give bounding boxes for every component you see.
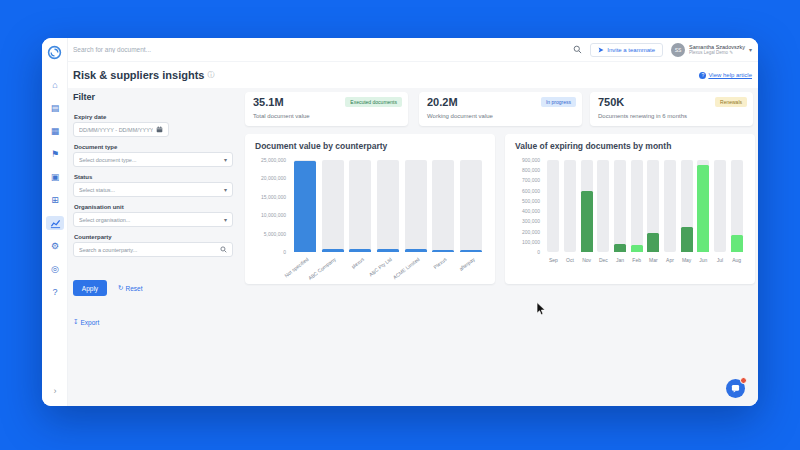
home-icon: ⌂ [52,80,57,90]
export-link[interactable]: ↧ Export [73,318,99,326]
reset-button[interactable]: ↻ Reset [118,284,142,292]
x-axis-label: plexus [350,256,365,270]
sidebar-item-documents[interactable]: ▤ [46,101,64,115]
chart-card-expiring: Value of expiring documents by month 010… [505,134,755,284]
bar-afterpay[interactable] [460,250,482,252]
apply-button[interactable]: Apply [73,280,107,296]
x-axis-label: Not specified [283,256,309,279]
x-axis-label: Oct [562,257,579,263]
sidebar-item-matters[interactable]: ▣ [46,170,64,184]
y-axis-tick: 5,000,000 [245,231,286,237]
bar-plexus[interactable] [349,249,371,252]
bar-ABC Pty Ltd[interactable] [377,249,399,252]
invite-teammate-button[interactable]: Invite a teammate [590,43,663,57]
bar-May[interactable] [681,227,693,252]
bar-Feb[interactable] [631,245,643,252]
topbar-right: Invite a teammate SS Samantha Szadovszky… [573,43,752,57]
status-input[interactable]: ▾ [73,182,233,197]
x-axis-label: May [678,257,695,263]
bar-track [377,160,399,252]
plexus-logo-icon[interactable] [47,45,62,64]
y-axis-tick: 0 [505,249,540,255]
sidebar-item-compass[interactable]: ◎ [46,262,64,276]
search-icon[interactable] [573,45,582,54]
x-axis-label: afterpay [458,256,476,272]
organisation-unit-field[interactable] [79,217,221,223]
counterparty-field[interactable] [79,247,217,253]
sidebar-item-help[interactable]: ? [46,285,64,299]
bar-Plexus[interactable] [432,250,454,252]
chevron-down-icon: ▾ [224,186,227,193]
y-axis-tick: 200,000 [505,229,540,235]
chart-card-counterparty: Document value by counterparty 05,000,00… [245,134,495,284]
y-axis-tick: 15,000,000 [245,194,286,200]
chat-icon [731,384,740,393]
bar-track [405,160,427,252]
organisation-unit-input[interactable]: ▾ [73,212,233,227]
calendar-icon [156,126,163,133]
bar-track [564,160,576,252]
desktop-background: ⌂▤▦⚑▣⊞⚙◎? › Invite a teammate SS [0,0,800,450]
organisation-unit-label: Organisation unit [74,204,124,210]
sidebar-item-insights[interactable] [46,216,64,230]
y-axis-tick: 400,000 [505,208,540,214]
sidebar-item-apps[interactable]: ⊞ [46,193,64,207]
bar-Jun[interactable] [697,165,709,252]
sidebar-item-archive[interactable]: ▦ [46,124,64,138]
chevron-down-icon: ▾ [224,216,227,223]
stat-value: 750K [598,96,624,108]
user-menu[interactable]: SS Samantha Szadovszky Plexus Legal Demo… [671,43,752,57]
status-field[interactable] [79,187,221,193]
counterparty-input[interactable] [73,242,233,257]
chevron-down-icon: ▾ [749,46,752,53]
stat-card-1: 20.2MIn progressWorking document value [419,92,582,126]
send-icon [598,47,604,53]
y-axis-tick: 10,000,000 [245,212,286,218]
view-help-article-link[interactable]: ? View help article [699,72,752,79]
download-icon: ↧ [73,318,78,326]
stat-value: 20.2M [427,96,458,108]
stat-caption: Total document value [253,113,310,119]
mouse-cursor [536,302,547,316]
bar-track [460,160,482,252]
sidebar-expand-icon[interactable]: › [42,386,68,396]
expiry-date-field[interactable] [79,127,153,133]
sidebar-item-settings[interactable]: ⚙ [46,239,64,253]
y-axis-tick: 800,000 [505,167,540,173]
y-axis-tick: 100,000 [505,239,540,245]
status-badge: In progress [541,97,576,107]
info-icon[interactable]: ⓘ [207,70,214,80]
status-label: Status [74,174,92,180]
bar-Not specified[interactable] [294,161,316,252]
x-axis-label: Mar [645,257,662,263]
document-type-input[interactable]: ▾ [73,152,233,167]
expiry-date-input[interactable] [73,122,169,137]
x-axis-label: Aug [728,257,745,263]
x-axis-label: Sep [545,257,562,263]
chat-widget-button[interactable] [726,379,745,398]
stat-value: 35.1M [253,96,284,108]
sidebar-item-announcements[interactable]: ⚑ [46,147,64,161]
search-input[interactable] [73,46,573,53]
sidebar-item-home[interactable]: ⌂ [46,78,64,92]
bar-ABC Company[interactable] [322,249,344,252]
bar-Mar[interactable] [647,233,659,252]
bar-ACME Limited[interactable] [405,249,427,252]
x-axis-label: Jul [712,257,729,263]
filter-heading: Filter [73,92,95,102]
y-axis-tick: 0 [245,249,286,255]
bar-Jan[interactable] [614,244,626,252]
counterparty-label: Counterparty [74,234,112,240]
bar-track [614,160,626,252]
counterparty-chart-plot: 05,000,00010,000,00015,000,00020,000,000… [245,134,495,284]
stat-caption: Documents renewing in 6 months [598,113,687,119]
y-axis-tick: 500,000 [505,198,540,204]
y-axis-tick: 600,000 [505,188,540,194]
bar-Nov[interactable] [581,191,593,252]
help-icon: ? [52,287,57,297]
document-type-field[interactable] [79,157,221,163]
bar-Aug[interactable] [731,235,743,252]
bar-track [322,160,344,252]
bar-track [664,160,676,252]
page-header: Risk & suppliers insights ⓘ ? View help … [68,62,758,88]
